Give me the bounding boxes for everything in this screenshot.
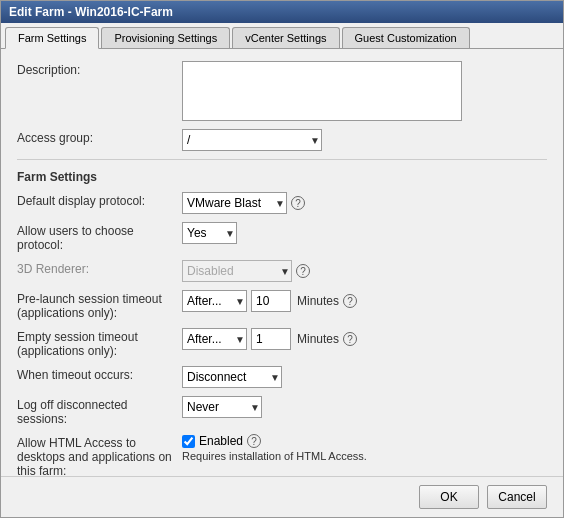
unit-empty: Minutes: [297, 332, 339, 346]
select-prelaunch-mode[interactable]: After...: [182, 290, 247, 312]
tab-guest-customization[interactable]: Guest Customization: [342, 27, 470, 48]
control-default-display-protocol: VMware Blast ▼ ?: [182, 192, 547, 214]
content-area: Description: Access group: / ▼: [1, 49, 563, 517]
help-icon-protocol[interactable]: ?: [291, 196, 305, 210]
unit-prelaunch: Minutes: [297, 294, 339, 308]
html-access-checkbox-wrapper: Enabled ?: [182, 434, 367, 448]
help-icon-html-access[interactable]: ?: [247, 434, 261, 448]
footer: OK Cancel: [1, 476, 563, 517]
control-logoff-disconnected: Never ▼: [182, 396, 547, 418]
row-default-display-protocol: Default display protocol: VMware Blast ▼…: [17, 192, 547, 214]
select-allow-users-protocol[interactable]: Yes: [182, 222, 237, 244]
label-3d-renderer: 3D Renderer:: [17, 260, 182, 276]
row-allow-users-protocol: Allow users to choose protocol: Yes ▼: [17, 222, 547, 252]
select-wrapper-never: Never ▼: [182, 396, 262, 418]
select-wrapper-prelaunch: After... ▼: [182, 290, 247, 312]
tab-vcenter-settings[interactable]: vCenter Settings: [232, 27, 339, 48]
access-group-select[interactable]: /: [182, 129, 322, 151]
select-empty-mode[interactable]: After...: [182, 328, 247, 350]
label-when-timeout: When timeout occurs:: [17, 366, 182, 382]
select-default-protocol[interactable]: VMware Blast: [182, 192, 287, 214]
title-bar: Edit Farm - Win2016-IC-Farm: [1, 1, 563, 23]
description-label: Description:: [17, 61, 182, 77]
control-html-access: Enabled ? Requires installation of HTML …: [182, 434, 547, 462]
tab-farm-settings[interactable]: Farm Settings: [5, 27, 99, 49]
row-html-access: Allow HTML Access to desktops and applic…: [17, 434, 547, 476]
select-logoff-disconnected[interactable]: Never: [182, 396, 262, 418]
section-divider: [17, 159, 547, 160]
tab-bar: Farm Settings Provisioning Settings vCen…: [1, 23, 563, 49]
label-prelaunch-timeout: Pre-launch session timeout (applications…: [17, 290, 182, 320]
window-title: Edit Farm - Win2016-IC-Farm: [9, 5, 173, 19]
tab-provisioning-settings[interactable]: Provisioning Settings: [101, 27, 230, 48]
row-logoff-disconnected: Log off disconnected sessions: Never ▼: [17, 396, 547, 426]
help-icon-renderer[interactable]: ?: [296, 264, 310, 278]
label-logoff-disconnected: Log off disconnected sessions:: [17, 396, 182, 426]
row-3d-renderer: 3D Renderer: Disabled ▼ ?: [17, 260, 547, 282]
control-prelaunch-timeout: After... ▼ Minutes ?: [182, 290, 547, 312]
row-when-timeout: When timeout occurs: Disconnect ▼: [17, 366, 547, 388]
row-prelaunch-timeout: Pre-launch session timeout (applications…: [17, 290, 547, 320]
access-group-select-wrapper: / ▼: [182, 129, 322, 151]
select-wrapper-disconnect: Disconnect ▼: [182, 366, 282, 388]
label-default-display-protocol: Default display protocol:: [17, 192, 182, 208]
control-3d-renderer: Disabled ▼ ?: [182, 260, 547, 282]
label-empty-timeout: Empty session timeout (applications only…: [17, 328, 182, 358]
description-control: [182, 61, 547, 121]
input-empty-timeout[interactable]: [251, 328, 291, 350]
select-wrapper-empty: After... ▼: [182, 328, 247, 350]
row-empty-timeout: Empty session timeout (applications only…: [17, 328, 547, 358]
select-wrapper-yes: Yes ▼: [182, 222, 237, 244]
control-when-timeout: Disconnect ▼: [182, 366, 547, 388]
select-wrapper-renderer: Disabled ▼: [182, 260, 292, 282]
control-allow-users-protocol: Yes ▼: [182, 222, 547, 244]
cancel-button[interactable]: Cancel: [487, 485, 547, 509]
select-3d-renderer: Disabled: [182, 260, 292, 282]
description-input[interactable]: [182, 61, 462, 121]
access-group-label: Access group:: [17, 129, 182, 145]
select-when-timeout[interactable]: Disconnect: [182, 366, 282, 388]
control-empty-timeout: After... ▼ Minutes ?: [182, 328, 547, 350]
ok-button[interactable]: OK: [419, 485, 479, 509]
main-window: Edit Farm - Win2016-IC-Farm Farm Setting…: [0, 0, 564, 518]
help-icon-empty[interactable]: ?: [343, 332, 357, 346]
select-wrapper-protocol: VMware Blast ▼: [182, 192, 287, 214]
description-row: Description:: [17, 61, 547, 121]
label-html-access: Allow HTML Access to desktops and applic…: [17, 434, 182, 476]
section-header: Farm Settings: [17, 170, 547, 184]
access-group-control: / ▼: [182, 129, 547, 151]
label-html-access-enabled: Enabled: [199, 434, 243, 448]
input-prelaunch-timeout[interactable]: [251, 290, 291, 312]
scroll-area[interactable]: Description: Access group: / ▼: [1, 49, 563, 476]
label-allow-users-protocol: Allow users to choose protocol:: [17, 222, 182, 252]
checkbox-html-access[interactable]: [182, 435, 195, 448]
note-html-access: Requires installation of HTML Access.: [182, 450, 367, 462]
access-group-row: Access group: / ▼: [17, 129, 547, 151]
help-icon-prelaunch[interactable]: ?: [343, 294, 357, 308]
